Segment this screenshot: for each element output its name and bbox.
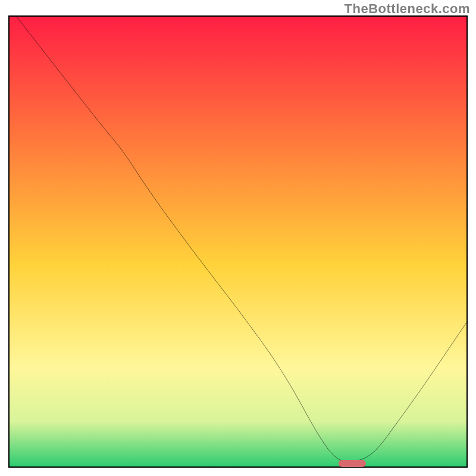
watermark-text: TheBottleneck.com [345, 1, 470, 17]
bottleneck-curve [10, 17, 466, 466]
plot-area [8, 15, 468, 468]
bottleneck-chart: TheBottleneck.com [0, 0, 476, 476]
sweet-spot-marker [339, 460, 366, 467]
